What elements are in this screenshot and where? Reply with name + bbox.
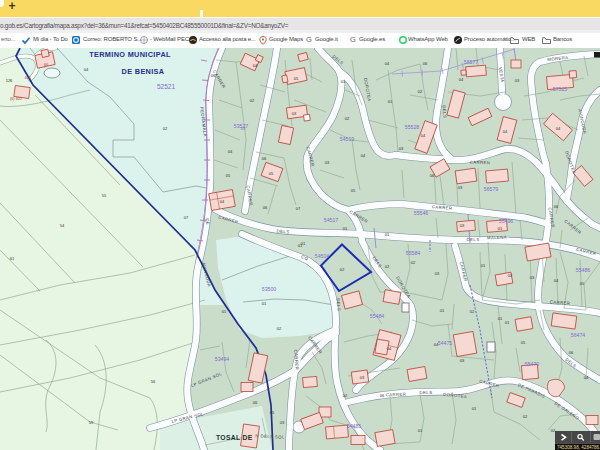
svg-text:01: 01: [262, 301, 267, 306]
svg-text:01: 01: [343, 226, 348, 231]
svg-text:04: 04: [220, 199, 225, 204]
svg-text:02: 02: [418, 89, 423, 94]
svg-text:05: 05: [580, 281, 585, 286]
svg-text:745308.98, 4284786.53: 745308.98, 4284786.53: [557, 445, 600, 450]
svg-text:03: 03: [460, 223, 465, 228]
svg-text:04: 04: [228, 149, 233, 154]
svg-text:07: 07: [184, 215, 189, 220]
svg-text:56579: 56579: [484, 186, 499, 192]
svg-text:01: 01: [505, 320, 510, 325]
svg-text:04: 04: [503, 129, 508, 134]
svg-text:55: 55: [102, 193, 107, 198]
svg-text:54517: 54517: [324, 217, 339, 223]
svg-text:54519: 54519: [340, 136, 355, 142]
svg-text:05: 05: [269, 171, 274, 176]
svg-text:55470: 55470: [525, 361, 540, 367]
svg-text:04: 04: [459, 77, 464, 82]
svg-text:03: 03: [515, 78, 520, 83]
svg-text:55484: 55484: [370, 313, 385, 319]
svg-text:04: 04: [556, 126, 561, 131]
svg-text:06: 06: [262, 156, 267, 161]
svg-text:02: 02: [340, 267, 345, 272]
svg-text:06: 06: [380, 393, 385, 398]
svg-text:03: 03: [399, 146, 404, 151]
svg-text:04: 04: [387, 346, 392, 351]
svg-text:03: 03: [292, 111, 297, 116]
svg-text:02: 02: [250, 98, 255, 103]
svg-text:03: 03: [530, 275, 535, 280]
svg-text:55546: 55546: [414, 210, 429, 216]
svg-text:54485: 54485: [347, 423, 362, 429]
svg-text:01: 01: [440, 308, 445, 313]
svg-text:03: 03: [360, 375, 365, 380]
svg-text:01: 01: [222, 309, 227, 314]
svg-text:03: 03: [280, 420, 285, 425]
svg-text:04: 04: [554, 278, 559, 283]
svg-text:03: 03: [435, 271, 440, 276]
svg-text:54504: 54504: [315, 253, 330, 259]
svg-text:TOSAL DE: TOSAL DE: [216, 434, 253, 441]
svg-text:04: 04: [361, 153, 366, 158]
svg-text:53494: 53494: [215, 356, 230, 362]
svg-text:02: 02: [411, 260, 416, 265]
svg-text:02: 02: [345, 116, 350, 121]
svg-text:TERMINO MUNICIPAL: TERMINO MUNICIPAL: [89, 50, 171, 59]
svg-text:06: 06: [430, 173, 435, 178]
svg-text:06: 06: [554, 204, 559, 209]
svg-text:03: 03: [458, 185, 463, 190]
svg-text:02: 02: [508, 273, 513, 278]
svg-text:MALENA: MALENA: [487, 235, 507, 241]
svg-text:04: 04: [434, 342, 439, 347]
svg-text:06: 06: [423, 61, 428, 66]
svg-text:04: 04: [253, 63, 258, 68]
svg-text:03: 03: [241, 126, 246, 131]
svg-text:56577: 56577: [464, 59, 479, 65]
svg-text:03: 03: [325, 160, 330, 165]
svg-text:05: 05: [294, 76, 299, 81]
svg-text:05: 05: [351, 188, 356, 193]
svg-text:DE BENISA: DE BENISA: [122, 67, 165, 76]
svg-text:59: 59: [89, 420, 94, 425]
svg-text:52521: 52521: [157, 83, 175, 90]
svg-text:04: 04: [421, 133, 426, 138]
svg-text:01: 01: [298, 243, 303, 248]
svg-text:55584: 55584: [406, 250, 421, 256]
svg-text:57525: 57525: [553, 86, 568, 92]
svg-text:DELS: DELS: [467, 237, 480, 242]
svg-text:DELS: DELS: [420, 390, 433, 395]
svg-text:02: 02: [385, 264, 390, 269]
svg-text:55486: 55486: [576, 267, 591, 273]
svg-text:601: 601: [25, 76, 31, 80]
svg-text:56: 56: [151, 379, 156, 384]
svg-text:60: 60: [44, 63, 48, 67]
svg-text:04: 04: [385, 61, 390, 66]
svg-text:01: 01: [498, 226, 503, 231]
svg-text:02: 02: [277, 326, 282, 331]
svg-text:(6) 602: (6) 602: [10, 97, 22, 101]
svg-text:01: 01: [498, 316, 503, 321]
svg-text:126: 126: [6, 78, 13, 83]
svg-text:DELS: DELS: [277, 229, 290, 235]
svg-text:01: 01: [388, 99, 393, 104]
svg-text:04: 04: [84, 67, 89, 72]
svg-text:05: 05: [226, 173, 231, 178]
svg-text:05: 05: [270, 410, 275, 415]
svg-text:CARREN: CARREN: [470, 160, 491, 166]
svg-text:06: 06: [253, 400, 258, 405]
svg-text:02: 02: [163, 126, 168, 131]
svg-text:04: 04: [584, 375, 589, 380]
svg-text:54: 54: [60, 223, 65, 228]
svg-text:01: 01: [472, 406, 477, 411]
svg-text:01: 01: [481, 263, 486, 268]
svg-text:55496: 55496: [499, 218, 514, 224]
svg-text:06: 06: [569, 350, 574, 355]
svg-text:05: 05: [521, 340, 526, 345]
svg-text:01: 01: [341, 79, 346, 84]
svg-text:01: 01: [385, 232, 390, 237]
svg-text:07: 07: [296, 206, 301, 211]
svg-text:56474: 56474: [571, 332, 586, 338]
svg-text:02: 02: [523, 414, 528, 419]
svg-text:55528: 55528: [405, 124, 420, 130]
svg-text:61: 61: [10, 256, 15, 261]
svg-text:03: 03: [460, 358, 465, 363]
